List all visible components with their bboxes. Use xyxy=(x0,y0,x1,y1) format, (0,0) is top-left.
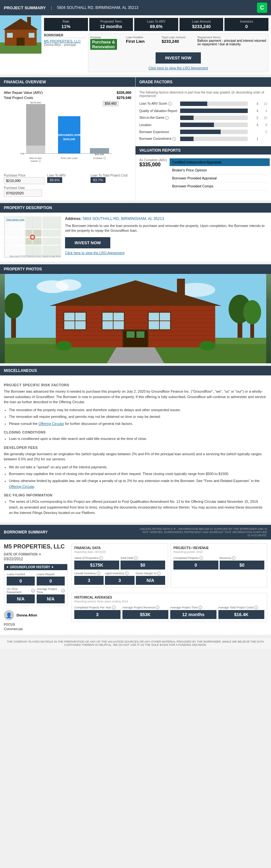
svg-marker-71 xyxy=(107,347,164,363)
invest-now-button[interactable]: INVEST NOW xyxy=(156,52,201,64)
val-option-2[interactable]: Borrower Provided Appraisal xyxy=(172,174,267,182)
chart-inner: $58,460 GROUNDFLOOR $233,240 xyxy=(4,101,131,165)
offering-circular-link-2[interactable]: Offering Circular xyxy=(9,485,34,489)
svg-rect-6 xyxy=(29,33,34,38)
avg-repayment-label: Average Project Time ⓘ xyxy=(37,587,65,594)
total-debt: Total Debt ⓘ $0 xyxy=(121,556,166,569)
valuation-options: Certified Independent Appraisal Broker's… xyxy=(172,158,267,190)
closing-header: CLOSING CONDITIONS xyxy=(4,430,267,434)
repayment-value: Balloon payment - principal and interest… xyxy=(197,39,266,46)
aged-inv-label: Aged Inventory ⓘ xyxy=(105,571,134,575)
purpose-label: Purpose xyxy=(90,36,125,39)
avg-total-cost: Average Total Project Costs ⓘ $16.4K xyxy=(218,606,265,619)
grade-label-2: Skin-in-the-Game ⓘ xyxy=(139,116,178,120)
loans-funded-label: Loans Funded xyxy=(7,573,35,576)
focus-label: FOCUS xyxy=(4,623,68,626)
val-option-btn-2[interactable]: Borrower Provided Appraisal xyxy=(172,176,267,180)
summary-stats: Rate 11% Projected Term 12 months Loan T… xyxy=(44,18,268,31)
loan-stat: Loan Amount $233,240 xyxy=(179,18,224,31)
on-time-label: On Time Repayment ⓘ xyxy=(7,587,35,594)
gf-star-icon: ✦ xyxy=(6,565,9,569)
developer-list: We do not take a "spread" on any part of… xyxy=(9,464,267,489)
val-option-btn-3[interactable]: Borrower Provided Comps xyxy=(172,184,267,188)
apr-label: Average Project Revenue ⓘ xyxy=(123,606,169,610)
val-option-0[interactable]: Certified Independent Appraisal xyxy=(170,158,270,166)
svg-text:$233,240: $233,240 xyxy=(63,137,75,141)
loan-to-arv-label: Loan To ARV xyxy=(47,174,88,177)
total-debt-value: $0 xyxy=(121,561,166,569)
financial-grade-section: FINANCIAL OVERVIEW After Repair Value (A… xyxy=(0,77,271,200)
formation-label: DATE OF FORMATION ✦ xyxy=(4,553,68,556)
gf-metrics-2: On Time Repayment ⓘ N/A Average Project … xyxy=(7,587,65,603)
address-value: 5804 SOUTHALL RD, BIRMINGHAM, AL 35213 xyxy=(82,216,164,221)
apr-info-icon: ⓘ xyxy=(156,606,160,610)
risk-header: PROJECT SPECIFIC RISK FACTORS xyxy=(4,383,267,387)
projects-revenue-title: PROJECTS / REVENUE xyxy=(173,546,264,550)
investors-value: 0 xyxy=(227,24,266,29)
developer-item-0: We do not take a "spread" on any part of… xyxy=(9,464,267,470)
val-option-btn-1[interactable]: Broker's Price Opinion xyxy=(172,168,267,172)
grade-bar-fill-1 xyxy=(180,108,248,113)
info-icon-0: ⓘ xyxy=(168,102,172,106)
cp-info-icon: ⓘ xyxy=(199,556,203,560)
grade-score-1: 4 xyxy=(250,109,258,113)
grade-bar-container-1 xyxy=(180,108,248,113)
avg-proj-time: Average Project Time ⓘ 12 months xyxy=(170,606,216,619)
grade-bar-container-5 xyxy=(180,136,248,141)
borrower-name[interactable]: M5 PROPERTIES, LLC xyxy=(44,39,86,43)
grade-row-2: Skin-in-the-Game ⓘ 2 10 xyxy=(139,116,267,120)
term-stat: Projected Term 12 months xyxy=(89,18,133,31)
borrower-section: BORROWER M5 PROPERTIES, LLC Donna Allon … xyxy=(44,33,86,46)
purchase-date-label: Purchase Date xyxy=(4,186,131,190)
svg-rect-68 xyxy=(127,331,135,338)
svg-rect-69 xyxy=(136,331,144,338)
arv-display-val: $335,000 xyxy=(139,162,167,167)
purchase-price-input[interactable] xyxy=(4,177,45,184)
gf-history-title: ✦ GROUNDFLOOR HISTORY ✦ xyxy=(4,564,67,570)
risk-item-2: Please consult the Offering Circular for… xyxy=(9,421,267,427)
borrower-summary-section: BORROWER SUMMARY UNLESS NOTED WITH A ✦ ,… xyxy=(0,525,271,634)
map-label[interactable]: View larger map xyxy=(5,218,26,257)
grade-max-1: 4 xyxy=(261,109,267,113)
total-label: Total Loan Amount xyxy=(162,36,196,39)
offering-circular-link-1[interactable]: Offering Circular xyxy=(39,422,64,426)
atc-label: Average Total Project Costs ⓘ xyxy=(218,606,265,610)
purchase-date-input[interactable] xyxy=(4,190,42,197)
arv-display-label: As Complete (ARV) xyxy=(139,158,167,162)
developer-header: DEVELOPER FEES xyxy=(4,446,267,450)
invest-now-button-2[interactable]: INVEST NOW xyxy=(65,237,110,248)
apt-value: 12 months xyxy=(170,610,216,619)
val-option-1[interactable]: Broker's Price Opinion xyxy=(172,166,267,174)
val-option-3[interactable]: Borrower Provided Comps xyxy=(172,182,267,190)
bar-chart: $58,460 GROUNDFLOOR $233,240 xyxy=(4,101,131,171)
misc-content: PROJECT SPECIFIC RISK FACTORS The Borrow… xyxy=(0,375,271,522)
financial-data-date: Reporting date: 06/22/20 xyxy=(74,550,165,554)
lro-link[interactable]: Click here to view the LRO Agreement xyxy=(90,66,266,70)
svg-text:Game ⓘ: Game ⓘ xyxy=(31,160,41,162)
arv-display: As Complete (ARV) $335,000 xyxy=(139,158,167,167)
loans-repaid: Loans Repaid 0 xyxy=(37,573,65,586)
term-label: Projected Term xyxy=(92,20,131,23)
on-time-repayment: On Time Repayment ⓘ N/A xyxy=(7,587,35,603)
borrower-label: BORROWER xyxy=(44,33,86,38)
loan-to-total-item: Loan To Total Project Cost 83.7% xyxy=(91,174,131,184)
position-value: First Lien xyxy=(126,39,160,44)
address-label: Address: xyxy=(65,216,81,221)
vop-info-icon: ⓘ xyxy=(99,556,103,560)
loan-to-arv-item: Loan To ARV 69.6% xyxy=(47,174,88,184)
val-option-btn-0[interactable]: Certified Independent Appraisal xyxy=(172,160,267,164)
value-of-props-label: Value of Properties ⓘ xyxy=(74,556,119,560)
svg-point-73 xyxy=(199,341,215,350)
rev-info-icon: ⓘ xyxy=(232,556,236,560)
svg-text:GROUNDFLOOR: GROUNDFLOOR xyxy=(58,133,81,136)
ai-info-icon: ⓘ xyxy=(125,571,129,575)
cpy-value: 3 xyxy=(74,610,121,619)
summary-card: Rate 11% Projected Term 12 months Loan T… xyxy=(0,15,271,75)
ltarv-value: 69.6% xyxy=(137,24,176,29)
financial-metrics: Value of Properties ⓘ $175K Total Debt ⓘ… xyxy=(74,556,165,569)
purpose-item: Purpose Purchase &Renovation xyxy=(90,36,125,50)
avg-repayment-value: N/A xyxy=(37,594,65,603)
loans-repaid-value: 0 xyxy=(37,577,65,586)
lro-link-2[interactable]: Click here to view the LRO Agreement xyxy=(65,251,267,255)
loan-details-grid: Purpose Purchase &Renovation Loan Positi… xyxy=(90,36,266,50)
